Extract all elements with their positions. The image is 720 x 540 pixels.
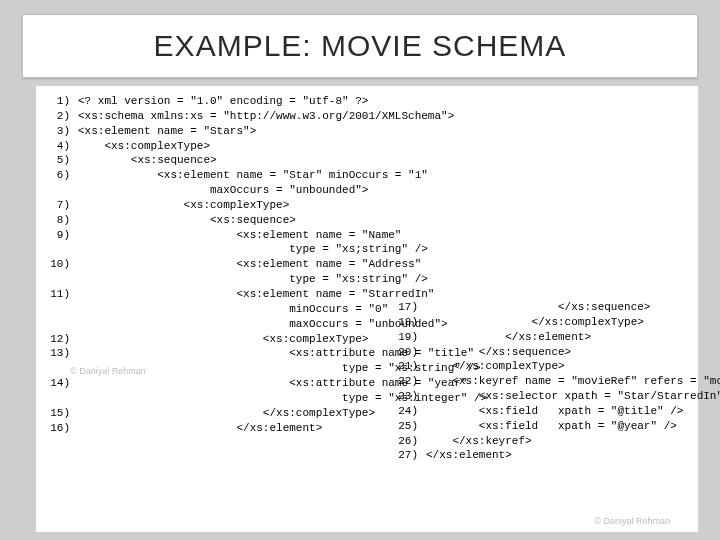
line-number: 7) bbox=[42, 198, 78, 213]
code-line: type = "xs;string" /> bbox=[42, 242, 692, 257]
code-text: <xs:element name = "Name" bbox=[78, 228, 692, 243]
code-text: <xs:keyref name = "movieRef" refers = "m… bbox=[426, 374, 720, 389]
line-number: 8) bbox=[42, 213, 78, 228]
line-number: 19) bbox=[390, 330, 426, 345]
code-text: <xs:element name = "Star" minOccurs = "1… bbox=[78, 168, 692, 183]
slide-title: EXAMPLE: MOVIE SCHEMA bbox=[43, 29, 677, 63]
line-number: 23) bbox=[390, 389, 426, 404]
code-text: <xs:schema xmlns:xs = "http://www.w3.org… bbox=[78, 109, 692, 124]
line-number: 12) bbox=[42, 332, 78, 347]
code-line: 24) <xs:field xpath = "@title" /> bbox=[390, 404, 720, 419]
code-text: </xs:element> bbox=[426, 330, 720, 345]
line-number bbox=[42, 272, 78, 287]
code-line: 4) <xs:complexType> bbox=[42, 139, 692, 154]
code-line: type = "xs:string" /> bbox=[42, 272, 692, 287]
line-number: 26) bbox=[390, 434, 426, 449]
line-number: 20) bbox=[390, 345, 426, 360]
code-line: 3)<xs:element name = "Stars"> bbox=[42, 124, 692, 139]
code-text: </xs:sequence> bbox=[426, 300, 720, 315]
line-number: 9) bbox=[42, 228, 78, 243]
code-line: 27)</xs:element> bbox=[390, 448, 720, 463]
code-line: 20) </xs:sequence> bbox=[390, 345, 720, 360]
code-text: maxOccurs = "unbounded"> bbox=[78, 183, 692, 198]
code-line: 23) <xs:selector xpath = "Star/StarredIn… bbox=[390, 389, 720, 404]
line-number: 16) bbox=[42, 421, 78, 436]
line-number: 18) bbox=[390, 315, 426, 330]
code-line: maxOccurs = "unbounded"> bbox=[42, 183, 692, 198]
code-line: 10) <xs:element name = "Address" bbox=[42, 257, 692, 272]
code-text: </xs:element> bbox=[426, 448, 720, 463]
code-line: 17) </xs:sequence> bbox=[390, 300, 720, 315]
line-number bbox=[42, 391, 78, 406]
code-line: 6) <xs:element name = "Star" minOccurs =… bbox=[42, 168, 692, 183]
code-line: 26) </xs:keyref> bbox=[390, 434, 720, 449]
code-line: 22) <xs:keyref name = "movieRef" refers … bbox=[390, 374, 720, 389]
code-text: <xs:sequence> bbox=[78, 213, 692, 228]
code-text: <? xml version = "1.0" encoding = "utf-8… bbox=[78, 94, 692, 109]
line-number bbox=[42, 302, 78, 317]
code-line: 21) </xs:complexType> bbox=[390, 359, 720, 374]
code-text: </xs:keyref> bbox=[426, 434, 720, 449]
code-line: 7) <xs:complexType> bbox=[42, 198, 692, 213]
code-text: <xs:complexType> bbox=[78, 139, 692, 154]
code-text: </xs:complexType> bbox=[426, 315, 720, 330]
line-number: 22) bbox=[390, 374, 426, 389]
line-number: 1) bbox=[42, 94, 78, 109]
code-text: <xs:field xpath = "@title" /> bbox=[426, 404, 720, 419]
code-line: 9) <xs:element name = "Name" bbox=[42, 228, 692, 243]
code-text: <xs:selector xpath = "Star/StarredIn" /> bbox=[426, 389, 720, 404]
code-text: <xs:sequence> bbox=[78, 153, 692, 168]
code-text: type = "xs;string" /> bbox=[78, 242, 692, 257]
line-number: 21) bbox=[390, 359, 426, 374]
line-number: 5) bbox=[42, 153, 78, 168]
code-line: 2)<xs:schema xmlns:xs = "http://www.w3.o… bbox=[42, 109, 692, 124]
line-number: 3) bbox=[42, 124, 78, 139]
line-number: 24) bbox=[390, 404, 426, 419]
line-number: 6) bbox=[42, 168, 78, 183]
code-line: 5) <xs:sequence> bbox=[42, 153, 692, 168]
code-line: 19) </xs:element> bbox=[390, 330, 720, 345]
line-number: 25) bbox=[390, 419, 426, 434]
code-text: </xs:sequence> bbox=[426, 345, 720, 360]
code-block-right: 17) </xs:sequence>18) </xs:complexType>1… bbox=[390, 300, 720, 463]
code-text: <xs:complexType> bbox=[78, 198, 692, 213]
line-number: 17) bbox=[390, 300, 426, 315]
line-number bbox=[42, 183, 78, 198]
code-line: 18) </xs:complexType> bbox=[390, 315, 720, 330]
line-number bbox=[42, 317, 78, 332]
code-text: <xs:element name = "Address" bbox=[78, 257, 692, 272]
code-line: 1)<? xml version = "1.0" encoding = "utf… bbox=[42, 94, 692, 109]
code-line: 25) <xs:field xpath = "@year" /> bbox=[390, 419, 720, 434]
line-number bbox=[42, 361, 78, 376]
line-number: 4) bbox=[42, 139, 78, 154]
code-line: 8) <xs:sequence> bbox=[42, 213, 692, 228]
line-number: 27) bbox=[390, 448, 426, 463]
line-number bbox=[42, 242, 78, 257]
code-text: <xs:element name = "Stars"> bbox=[78, 124, 692, 139]
code-text: type = "xs:string" /> bbox=[78, 272, 692, 287]
code-text: <xs:field xpath = "@year" /> bbox=[426, 419, 720, 434]
line-number: 2) bbox=[42, 109, 78, 124]
line-number: 13) bbox=[42, 346, 78, 361]
slide: EXAMPLE: MOVIE SCHEMA 1)<? xml version =… bbox=[0, 0, 720, 540]
code-text: </xs:complexType> bbox=[426, 359, 720, 374]
line-number: 10) bbox=[42, 257, 78, 272]
line-number: 11) bbox=[42, 287, 78, 302]
title-box: EXAMPLE: MOVIE SCHEMA bbox=[22, 14, 698, 78]
line-number: 14) bbox=[42, 376, 78, 391]
line-number: 15) bbox=[42, 406, 78, 421]
